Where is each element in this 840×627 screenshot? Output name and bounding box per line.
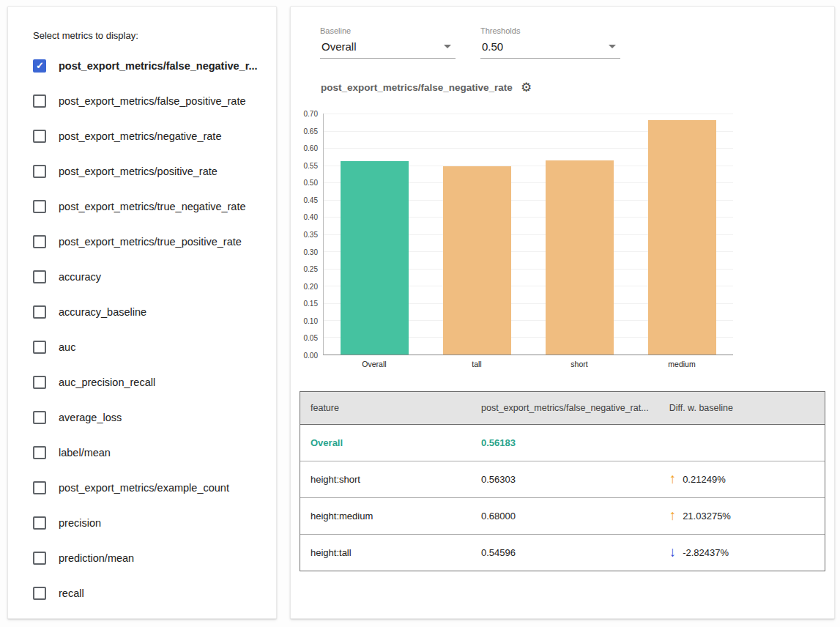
- y-tick-label: 0.45: [304, 196, 318, 204]
- settings-gear-icon[interactable]: ⚙: [521, 81, 532, 94]
- bar-chart: 0.700.650.600.550.500.450.400.350.300.25…: [291, 114, 834, 355]
- metric-label: post_export_metrics/true_negative_rate: [59, 201, 246, 212]
- feature-cell: height:short: [300, 461, 471, 497]
- metric-label: post_export_metrics/positive_rate: [59, 166, 218, 177]
- controls-bar: Baseline Overall Thresholds 0.50: [320, 26, 834, 59]
- bar-short[interactable]: [546, 160, 614, 355]
- y-tick-label: 0.10: [304, 316, 318, 324]
- metrics-panel-title: Select metrics to display:: [33, 30, 276, 41]
- metric-label: average_loss: [59, 412, 122, 423]
- baseline-select[interactable]: Overall: [320, 40, 456, 59]
- metric-checkbox[interactable]: [33, 446, 46, 459]
- metric-item-10[interactable]: average_loss: [33, 400, 276, 435]
- chart-bars: [324, 114, 733, 355]
- bar-medium[interactable]: [648, 120, 716, 355]
- metric-label: post_export_metrics/false_positive_rate: [59, 95, 246, 107]
- y-tick-label: 0.70: [304, 110, 318, 118]
- metric-checkbox[interactable]: [33, 94, 46, 108]
- metric-item-0[interactable]: post_export_metrics/false_negative_r...: [33, 48, 276, 84]
- chevron-down-icon: [444, 45, 451, 48]
- metric-checkbox[interactable]: [33, 552, 46, 565]
- y-tick-label: 0.55: [304, 161, 318, 169]
- table-header-row: featurepost_export_metrics/false_negativ…: [300, 392, 825, 424]
- y-tick-label: 0.00: [304, 352, 318, 360]
- metric-checkbox[interactable]: [33, 516, 46, 530]
- metric-item-5[interactable]: post_export_metrics/true_positive_rate: [33, 224, 276, 259]
- metrics-list: post_export_metrics/false_negative_r...p…: [33, 48, 276, 611]
- thresholds-control: Thresholds 0.50: [480, 26, 620, 59]
- thresholds-select[interactable]: 0.50: [480, 40, 620, 59]
- value-cell: 0.54596: [471, 534, 659, 571]
- table-row-height:tall[interactable]: height:tall0.54596↓-2.82437%: [300, 534, 825, 571]
- feature-cell: height:tall: [300, 534, 471, 571]
- y-tick-label: 0.60: [304, 144, 318, 152]
- metric-label: precision: [59, 517, 101, 529]
- table-header-cell: Diff. w. baseline: [659, 392, 825, 424]
- metric-checkbox[interactable]: [33, 130, 46, 143]
- y-tick-label: 0.65: [304, 127, 318, 135]
- metric-checkbox[interactable]: [33, 481, 46, 494]
- chart-x-axis: Overalltallshortmedium: [323, 355, 733, 368]
- metric-item-15[interactable]: recall: [33, 576, 276, 611]
- table-row-Overall[interactable]: Overall0.56183: [300, 424, 825, 461]
- chart-plot-area: [323, 114, 733, 355]
- y-tick-label: 0.15: [304, 300, 318, 308]
- y-tick-label: 0.05: [304, 334, 318, 342]
- metric-item-2[interactable]: post_export_metrics/negative_rate: [33, 119, 276, 154]
- metric-item-13[interactable]: precision: [33, 505, 276, 541]
- metric-checkbox[interactable]: [33, 305, 46, 319]
- diff-cell: ↑21.03275%: [659, 497, 825, 534]
- metric-checkbox[interactable]: [33, 235, 46, 248]
- metric-label: accuracy_baseline: [59, 306, 146, 318]
- metric-item-11[interactable]: label/mean: [33, 435, 276, 470]
- metric-item-3[interactable]: post_export_metrics/positive_rate: [33, 154, 276, 189]
- x-tick-label: tall: [443, 355, 511, 368]
- metric-item-7[interactable]: accuracy_baseline: [33, 294, 276, 330]
- metric-checkbox[interactable]: [33, 341, 46, 354]
- table-body: Overall0.56183height:short0.56303↑0.2124…: [300, 424, 825, 571]
- chevron-down-icon: [609, 45, 616, 48]
- bar-Overall[interactable]: [341, 161, 409, 355]
- metric-item-8[interactable]: auc: [33, 330, 276, 365]
- diff-value: 21.03275%: [683, 511, 731, 522]
- value-cell: 0.68000: [471, 497, 659, 534]
- table-header-cell: post_export_metrics/false_negative_rat..…: [471, 392, 659, 424]
- metric-item-12[interactable]: post_export_metrics/example_count: [33, 470, 276, 505]
- y-tick-label: 0.40: [304, 213, 318, 221]
- x-tick-label: Overall: [341, 355, 409, 368]
- baseline-label: Baseline: [320, 26, 456, 35]
- arrow-up-icon: ↑: [669, 471, 677, 486]
- metric-item-14[interactable]: prediction/mean: [33, 541, 276, 576]
- y-tick-label: 0.35: [304, 231, 318, 239]
- metric-checkbox[interactable]: [33, 270, 46, 283]
- metric-checkbox[interactable]: [33, 587, 46, 600]
- diff-cell: [659, 424, 825, 461]
- metric-label: post_export_metrics/false_negative_r...: [59, 60, 258, 72]
- metric-label: label/mean: [59, 447, 111, 459]
- metric-label: auc_precision_recall: [59, 376, 155, 388]
- arrow-down-icon: ↓: [669, 544, 677, 560]
- metric-checkbox[interactable]: [33, 200, 46, 213]
- metric-item-6[interactable]: accuracy: [33, 259, 276, 294]
- thresholds-value: 0.50: [482, 40, 503, 53]
- results-panel: Baseline Overall Thresholds 0.50 post_ex…: [290, 6, 835, 619]
- metric-item-1[interactable]: post_export_metrics/false_positive_rate: [33, 84, 276, 119]
- value-cell: 0.56183: [471, 424, 659, 461]
- diff-value: -2.82437%: [683, 547, 729, 558]
- table-header-cell: feature: [300, 392, 471, 424]
- bar-tall[interactable]: [443, 166, 511, 355]
- table-row-height:medium[interactable]: height:medium0.68000↑21.03275%: [300, 497, 825, 534]
- metrics-table: featurepost_export_metrics/false_negativ…: [300, 391, 825, 571]
- metric-label: post_export_metrics/example_count: [59, 482, 229, 494]
- metric-item-9[interactable]: auc_precision_recall: [33, 365, 276, 400]
- metric-label: post_export_metrics/true_positive_rate: [59, 236, 242, 248]
- table-row-height:short[interactable]: height:short0.56303↑0.21249%: [300, 461, 825, 497]
- chart-header: post_export_metrics/false_negative_rate …: [321, 81, 834, 94]
- diff-value: 0.21249%: [683, 474, 726, 485]
- value-cell: 0.56303: [471, 461, 659, 497]
- metric-checkbox[interactable]: [33, 165, 46, 178]
- metric-checkbox[interactable]: [33, 59, 46, 73]
- metric-checkbox[interactable]: [33, 376, 46, 389]
- metric-item-4[interactable]: post_export_metrics/true_negative_rate: [33, 189, 276, 224]
- metric-checkbox[interactable]: [33, 411, 46, 424]
